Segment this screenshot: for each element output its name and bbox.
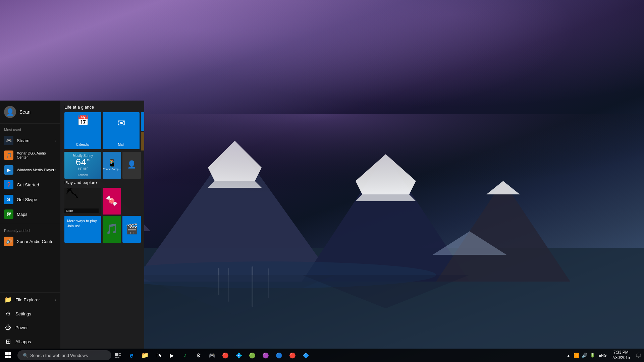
taskbar-app7[interactable]: 🔴 [286,349,299,362]
get-started-icon: ❓ [4,180,13,189]
get-started-label: Get Started [17,182,39,187]
svg-rect-13 [228,268,229,302]
skype-label: Get Skype [17,197,37,202]
taskbar-edge[interactable]: e [125,349,138,362]
menu-item-get-started[interactable]: ❓ Get Started [0,177,60,192]
power-icon: ⏻ [4,324,12,331]
avatar: 👤 [4,106,16,118]
menu-item-xonar[interactable]: 🔊 Xonar Audio Center [0,234,60,249]
tile-join[interactable]: More ways to play. Join us! [64,216,101,243]
tile-groove-music[interactable]: 🎵 [103,216,121,243]
calendar-icon: 📅 [77,115,89,126]
taskbar-right: ▲ 📶 🔊 🔋 ENG 7:33 PM 7/30/2015 [565,349,644,362]
svg-rect-28 [117,357,119,358]
taskbar-app5[interactable]: 🟣 [259,349,272,362]
empty-slot-2 [122,188,144,215]
join-label: More ways to play. Join us! [67,219,99,229]
menu-item-steam[interactable]: 🎮 Steam › [0,133,60,148]
groove-icon: 🎵 [106,223,118,235]
tile-edge[interactable]: e Microsoft Edge [141,112,144,131]
file-explorer-arrow: › [55,298,56,302]
movies-icon: 🎬 [125,223,138,235]
taskbar-spotify[interactable]: ♪ [178,349,192,362]
taskbar-app3[interactable]: 💠 [232,349,246,362]
user-name: Sean [19,109,31,115]
twitter-icon: 👤 [127,160,136,169]
menu-item-maps[interactable]: 🗺 Maps [0,207,60,222]
calendar-label: Calendar [76,143,90,146]
nav-all-apps[interactable]: ⊞ All apps [0,335,60,349]
nav-power[interactable]: ⏻ Power [0,321,60,335]
svg-rect-14 [252,266,253,307]
store-logo: ⛏ [66,188,79,201]
taskbar-store[interactable]: 🛍 [152,349,165,362]
candy-icon: 🍬 [106,195,118,206]
svg-rect-21 [8,352,11,355]
system-clock[interactable]: 7:33 PM 7/30/2015 [609,349,633,362]
svg-rect-22 [5,356,8,358]
menu-item-xonar-dgx[interactable]: 🎵 Xonar DGX Audio Center [0,148,60,163]
notification-center-button[interactable] [633,349,644,362]
svg-rect-20 [5,352,8,355]
tray-volume[interactable]: 🔊 [581,349,589,362]
tray-network[interactable]: 📶 [573,349,581,362]
nav-file-explorer[interactable]: 📁 File Explorer › [0,293,60,307]
task-view-button[interactable] [111,349,125,362]
taskbar-app1[interactable]: ⚙ [192,349,205,362]
phone-icon: 📱 [107,159,116,168]
tile-phone-companion[interactable]: 📱 Phone Comp... [103,152,121,179]
taskbar-media-player[interactable]: ▶ [165,349,178,362]
svg-marker-18 [433,231,506,255]
taskbar-app4[interactable]: 🟢 [246,349,259,362]
file-explorer-icon: 📁 [4,296,12,303]
svg-marker-7 [356,154,416,194]
tile-photos[interactable]: 🏔 Photos [141,132,144,150]
file-explorer-label: File Explorer [15,297,40,302]
wmp-icon: ▶ [4,165,13,175]
taskbar-app8[interactable]: 🔷 [299,349,313,362]
skype-icon: S [4,195,13,204]
tray-language[interactable]: ENG [597,349,609,362]
menu-item-skype[interactable]: S Get Skype [0,192,60,207]
tile-calendar[interactable]: 📅 Calendar [64,112,101,149]
taskbar-file-explorer[interactable]: 📁 [138,349,152,362]
steam-label: Steam [17,138,30,143]
mail-icon: ✉ [117,118,125,129]
start-button[interactable] [0,349,16,362]
menu-item-wmp[interactable]: ▶ Windows Media Player › [0,163,60,177]
svg-rect-24 [115,353,118,356]
tile-mail[interactable]: ✉ Mail [103,112,140,149]
svg-rect-27 [115,357,117,358]
taskbar-app6[interactable]: 🔵 [272,349,286,362]
tile-twitter[interactable]: 👤 [122,152,141,179]
taskbar-search[interactable]: 🔍 Search the web and Windows [17,350,111,360]
steam-arrow: › [55,139,56,142]
empty-slot [142,152,144,179]
taskbar-steam[interactable]: 🎮 [205,349,219,362]
svg-rect-23 [8,356,11,358]
clock-date: 7/30/2015 [612,355,630,361]
xonar-label: Xonar Audio Center [17,239,55,244]
tile-candy-crush[interactable]: 🍬 [103,188,121,215]
svg-marker-4 [208,141,262,181]
start-menu: 👤 Sean Most used 🎮 Steam › 🎵 Xonar DGX A… [0,101,144,349]
weather-hi-lo: 66° 55° [78,167,88,170]
separator-1 [0,223,60,223]
taskbar: 🔍 Search the web and Windows e 📁 🛍 ▶ ♪ ⚙… [0,349,644,362]
tile-movies-tv[interactable]: 🎬 [122,216,141,243]
maps-icon: 🗺 [4,209,13,219]
nav-settings[interactable]: ⚙ Settings [0,307,60,321]
user-profile[interactable]: 👤 Sean [0,101,60,124]
empty-slot-3 [142,216,144,243]
tiles-section-label: Life at a glance [64,105,140,110]
store-label: Store [64,208,99,213]
tile-weather[interactable]: Mostly Sunny 64° 66° 55° London [64,152,101,179]
tray-battery[interactable]: 🔋 [589,349,597,362]
tile-store[interactable]: ⛏ Store [64,188,101,215]
tray-expand[interactable]: ▲ [565,349,573,362]
svg-marker-3 [134,141,335,282]
taskbar-app2[interactable]: 🔴 [219,349,232,362]
start-menu-tiles-panel: Life at a glance 📅 Calendar ✉ Mail e Mic… [60,101,144,349]
xonar-icon: 🔊 [4,237,13,246]
all-apps-label: All apps [15,339,31,344]
